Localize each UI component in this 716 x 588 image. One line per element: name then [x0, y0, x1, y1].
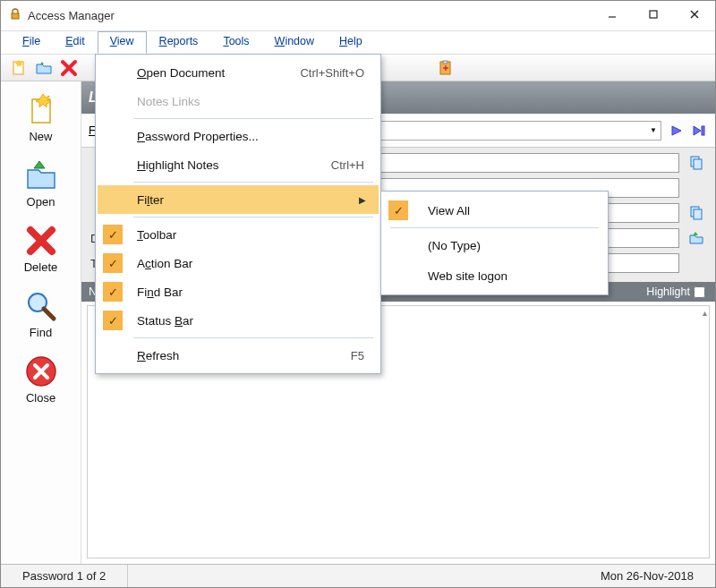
- view-dropdown: Open Document Ctrl+Shift+O Notes Links P…: [95, 54, 381, 374]
- svg-line-22: [44, 309, 54, 319]
- svg-rect-28: [702, 126, 704, 135]
- action-find[interactable]: Find: [10, 285, 72, 346]
- document-open-button[interactable]: [686, 228, 706, 248]
- svg-marker-18: [34, 161, 45, 168]
- shortcut: Ctrl+Shift+O: [300, 66, 371, 80]
- window-title: Access Manager: [28, 9, 592, 22]
- status-left: Password 1 of 2: [1, 565, 128, 587]
- window-controls: [592, 1, 715, 30]
- filter-web-site-logon[interactable]: Web site logon: [383, 260, 606, 291]
- maximize-button[interactable]: [633, 1, 674, 28]
- minimize-button[interactable]: [592, 1, 633, 28]
- view-toolbar-toggle[interactable]: ✓ Toolbar: [98, 220, 379, 249]
- view-filter[interactable]: Filter ▶: [98, 185, 379, 214]
- shortcut: Ctrl+H: [331, 158, 371, 172]
- action-new-label: New: [29, 130, 52, 143]
- action-find-label: Find: [30, 326, 52, 339]
- check-icon: ✓: [103, 282, 123, 302]
- status-right: Mon 26-Nov-2018: [579, 565, 715, 587]
- submenu-arrow-icon: ▶: [359, 195, 371, 205]
- menu-tools[interactable]: Tools: [210, 31, 261, 54]
- action-delete-label: Delete: [24, 260, 58, 274]
- separator: [390, 227, 599, 228]
- view-refresh[interactable]: Refresh F5: [98, 341, 379, 370]
- menu-edit[interactable]: Edit: [53, 31, 98, 54]
- check-icon: ✓: [103, 311, 123, 330]
- svg-rect-30: [694, 159, 702, 169]
- svg-rect-0: [12, 13, 19, 19]
- view-actionbar-toggle[interactable]: ✓ Action Bar: [98, 249, 379, 277]
- menu-reports[interactable]: Reports: [147, 31, 211, 54]
- action-new[interactable]: New: [10, 89, 72, 150]
- highlight-checkbox[interactable]: [694, 286, 705, 298]
- svg-marker-27: [694, 126, 701, 135]
- svg-marker-7: [40, 62, 44, 64]
- view-highlight-notes[interactable]: Highlight Notes Ctrl+H: [98, 150, 379, 179]
- action-open-label: Open: [27, 195, 55, 209]
- toolbar-open-icon[interactable]: [33, 57, 55, 79]
- svg-marker-33: [693, 232, 698, 235]
- app-window: Access Manager File Edit View Reports To…: [0, 0, 716, 588]
- menubar: File Edit View Reports Tools Window Help: [1, 31, 715, 55]
- action-close-label: Close: [26, 391, 55, 405]
- toolbar-new-icon[interactable]: [8, 57, 30, 79]
- action-delete[interactable]: Delete: [10, 219, 72, 281]
- svg-marker-26: [672, 126, 681, 135]
- action-close[interactable]: Close: [10, 350, 72, 412]
- separator: [133, 118, 373, 119]
- menu-window[interactable]: Window: [262, 31, 327, 54]
- view-statusbar-toggle[interactable]: ✓ Status Bar: [98, 306, 379, 335]
- separator: [133, 217, 373, 217]
- lock-icon: [8, 7, 22, 24]
- check-icon: ✓: [388, 200, 408, 220]
- highlight-label: Highlight: [646, 285, 690, 298]
- scrollbar-up-icon[interactable]: ▴: [703, 308, 707, 318]
- check-icon: ✓: [103, 225, 123, 244]
- view-password-properties[interactable]: Password Properties...: [98, 122, 379, 150]
- shortcut: F5: [351, 349, 371, 362]
- toolbar-delete-icon[interactable]: [58, 57, 80, 79]
- svg-rect-2: [650, 11, 657, 18]
- separator: [133, 182, 373, 183]
- dropdown-arrow-icon: ▼: [650, 126, 657, 134]
- toolbar-clipboard-icon[interactable]: [434, 57, 456, 79]
- copy-button-1[interactable]: [686, 153, 706, 173]
- view-notes-links: Notes Links: [98, 87, 379, 115]
- titlebar: Access Manager: [1, 1, 715, 31]
- menu-view[interactable]: View: [98, 31, 147, 54]
- filter-view-all[interactable]: ✓ View All: [383, 195, 606, 226]
- statusbar: Password 1 of 2 Mon 26-Nov-2018: [1, 564, 715, 587]
- svg-rect-32: [694, 209, 702, 219]
- view-findbar-toggle[interactable]: ✓ Find Bar: [98, 277, 379, 306]
- find-last-button[interactable]: [692, 123, 708, 139]
- svg-rect-13: [443, 61, 448, 64]
- find-next-button[interactable]: [669, 123, 685, 139]
- filter-no-type[interactable]: (No Type): [383, 230, 606, 260]
- check-icon: ✓: [103, 253, 123, 273]
- view-open-document[interactable]: Open Document Ctrl+Shift+O: [98, 58, 379, 87]
- menu-help[interactable]: Help: [327, 31, 375, 54]
- menu-file[interactable]: File: [10, 31, 53, 54]
- action-bar: New Open Delete Find Close: [1, 81, 81, 564]
- copy-button-3[interactable]: [686, 203, 706, 223]
- close-button[interactable]: [674, 1, 715, 28]
- action-open[interactable]: Open: [10, 154, 72, 216]
- separator: [133, 337, 373, 338]
- filter-submenu: ✓ View All (No Type) Web site logon: [380, 191, 609, 295]
